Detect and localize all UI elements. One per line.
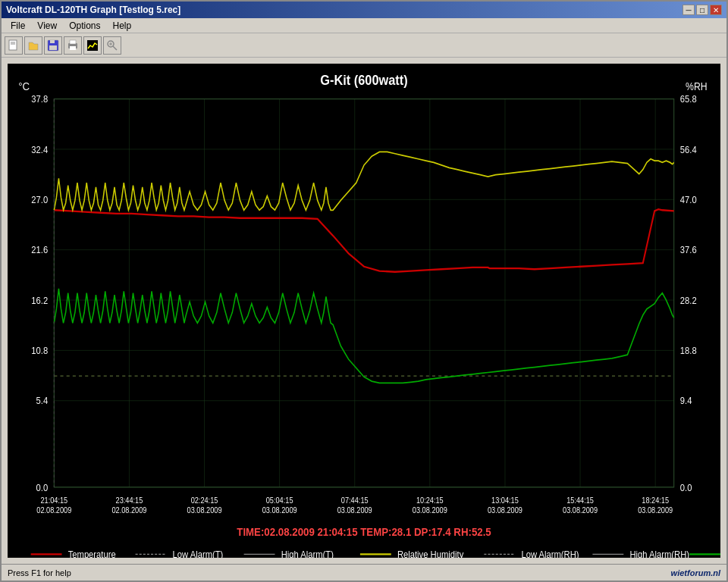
chart-container: G-Kit (600watt) °C %RH 37.8 32.4 27.0 21… <box>8 64 720 558</box>
svg-text:07:44:15: 07:44:15 <box>341 496 369 505</box>
svg-text:03.08.2009: 03.08.2009 <box>262 505 297 515</box>
svg-text:03.08.2009: 03.08.2009 <box>563 505 598 515</box>
svg-text:21:04:15: 21:04:15 <box>40 496 67 505</box>
svg-text:10.8: 10.8 <box>31 345 48 356</box>
svg-text:27.0: 27.0 <box>31 194 48 205</box>
svg-text:65.8: 65.8 <box>680 94 697 105</box>
svg-text:High Alarm(RH): High Alarm(RH) <box>629 549 689 558</box>
svg-text:56.4: 56.4 <box>680 144 697 155</box>
svg-text:03.08.2009: 03.08.2009 <box>638 505 673 515</box>
maximize-button[interactable]: □ <box>696 5 708 15</box>
svg-text:03.08.2009: 03.08.2009 <box>187 505 222 515</box>
svg-text:13:04:15: 13:04:15 <box>491 496 519 505</box>
help-text: Press F1 for help <box>8 568 71 577</box>
svg-line-11 <box>113 46 117 50</box>
svg-text:37.6: 37.6 <box>680 245 697 256</box>
print-button[interactable] <box>64 36 82 55</box>
svg-text:0.0: 0.0 <box>680 482 692 493</box>
svg-text:02.08.2009: 02.08.2009 <box>36 505 71 515</box>
svg-text:47.0: 47.0 <box>680 194 697 205</box>
svg-rect-5 <box>50 40 55 43</box>
svg-text:15:44:15: 15:44:15 <box>566 496 594 505</box>
svg-rect-4 <box>49 45 57 50</box>
svg-text:32.4: 32.4 <box>31 144 48 155</box>
svg-text:37.8: 37.8 <box>31 94 48 105</box>
window-controls: ─ □ ✕ <box>682 5 722 15</box>
svg-text:Low Alarm(T): Low Alarm(T) <box>173 549 224 558</box>
svg-text:23:44:15: 23:44:15 <box>116 496 143 505</box>
status-bar: Press F1 for help wietforum.nl <box>2 564 726 580</box>
svg-text:G-Kit (600watt): G-Kit (600watt) <box>320 72 407 88</box>
minimize-button[interactable]: ─ <box>682 5 695 15</box>
svg-text:03.08.2009: 03.08.2009 <box>413 505 447 515</box>
svg-text:Low Alarm(RH): Low Alarm(RH) <box>521 549 579 558</box>
main-window: Voltcraft DL-120TH Graph [Testlog 5.rec]… <box>0 0 728 582</box>
svg-text:High Alarm(T): High Alarm(T) <box>281 549 334 558</box>
new-button[interactable] <box>5 36 23 55</box>
svg-text:21.6: 21.6 <box>31 245 48 256</box>
svg-text:10:24:15: 10:24:15 <box>416 496 444 505</box>
svg-rect-7 <box>70 46 76 50</box>
svg-text:5.4: 5.4 <box>36 396 49 407</box>
content-area: G-Kit (600watt) °C %RH 37.8 32.4 27.0 21… <box>2 58 726 564</box>
svg-text:TIME:02.08.2009 21:04:15   TEM: TIME:02.08.2009 21:04:15 TEMP:28.1 DP:17… <box>237 525 491 538</box>
menu-options[interactable]: Options <box>63 19 106 33</box>
svg-text:18:24:15: 18:24:15 <box>642 496 669 505</box>
svg-text:°C: °C <box>18 80 30 92</box>
svg-text:03.08.2009: 03.08.2009 <box>488 505 522 515</box>
svg-text:Relative Humidity: Relative Humidity <box>397 549 463 558</box>
svg-text:%RH: %RH <box>686 80 708 92</box>
menu-file[interactable]: File <box>5 19 31 33</box>
svg-rect-14 <box>8 64 720 558</box>
logo-text: wietforum.nl <box>671 568 720 577</box>
svg-text:02:24:15: 02:24:15 <box>191 496 218 505</box>
graph-button[interactable] <box>83 36 102 55</box>
menu-view[interactable]: View <box>31 19 63 33</box>
window-title: Voltcraft DL-120TH Graph [Testlog 5.rec] <box>6 5 180 15</box>
toolbar <box>2 33 726 58</box>
menu-bar: File View Options Help <box>2 18 726 33</box>
svg-text:9.4: 9.4 <box>680 396 692 407</box>
svg-rect-8 <box>70 40 76 44</box>
chart-svg: G-Kit (600watt) °C %RH 37.8 32.4 27.0 21… <box>8 64 720 558</box>
svg-text:02.08.2009: 02.08.2009 <box>111 505 146 515</box>
svg-text:05:04:15: 05:04:15 <box>266 496 293 505</box>
svg-rect-0 <box>9 40 17 50</box>
svg-rect-9 <box>87 40 98 51</box>
close-button[interactable]: ✕ <box>710 5 722 15</box>
svg-text:28.2: 28.2 <box>680 295 697 306</box>
save-button[interactable] <box>44 36 62 55</box>
svg-text:18.8: 18.8 <box>680 345 697 356</box>
svg-text:03.08.2009: 03.08.2009 <box>337 505 372 515</box>
svg-text:Temperature: Temperature <box>68 549 116 558</box>
svg-text:16.2: 16.2 <box>31 295 48 306</box>
open-button[interactable] <box>24 36 42 55</box>
title-bar: Voltcraft DL-120TH Graph [Testlog 5.rec]… <box>2 2 726 18</box>
menu-help[interactable]: Help <box>107 19 138 33</box>
svg-text:0.0: 0.0 <box>36 482 49 493</box>
zoom-button[interactable] <box>103 36 121 55</box>
